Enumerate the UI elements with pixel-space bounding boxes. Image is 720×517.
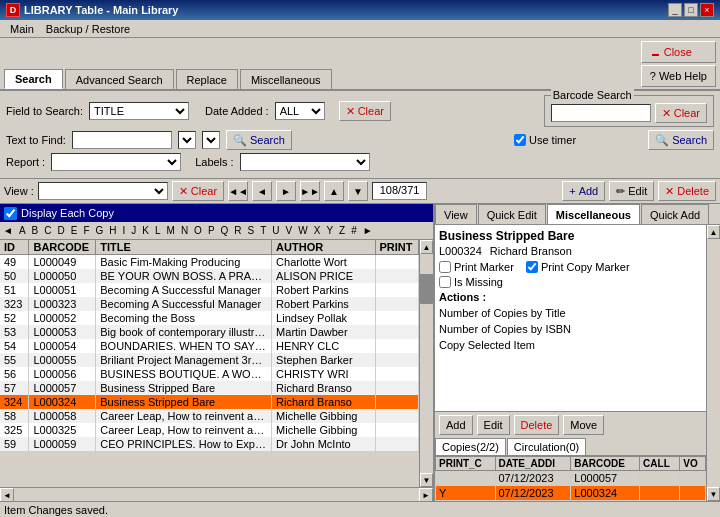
alpha-J[interactable]: J (128, 224, 139, 237)
clear-view-button[interactable]: ✕ Clear (172, 181, 224, 201)
table-row[interactable]: 324L000324Business Stripped BareRichard … (0, 395, 419, 409)
alpha-B[interactable]: B (29, 224, 42, 237)
barcode-input[interactable] (551, 104, 651, 122)
alpha-W[interactable]: W (295, 224, 310, 237)
barcode-search-button[interactable]: 🔍 Search (648, 130, 714, 150)
alpha-F[interactable]: F (80, 224, 92, 237)
table-row[interactable]: 55L000055Briliant Project Management 3rd… (0, 353, 419, 367)
alpha-N[interactable]: N (178, 224, 191, 237)
tab-replace[interactable]: Replace (176, 69, 238, 89)
use-timer-checkbox[interactable] (514, 134, 526, 146)
edit-record-button[interactable]: ✏ Edit (609, 181, 654, 201)
add-record-button[interactable]: + Add (562, 181, 605, 201)
table-row[interactable]: 51L000051Becoming A Successful ManagerRo… (0, 283, 419, 297)
nav-prev-button[interactable]: ◄ (252, 181, 272, 201)
action-copy-selected[interactable]: Copy Selected Item (439, 337, 702, 353)
right-scrollbar[interactable]: ▲ ▼ (706, 225, 720, 501)
tab-search[interactable]: Search (4, 69, 63, 89)
is-missing-label[interactable]: Is Missing (439, 276, 503, 288)
nav-last-button[interactable]: ►► (300, 181, 320, 201)
alpha-hash[interactable]: # (348, 224, 360, 237)
labels-select[interactable] (240, 153, 370, 171)
alpha-T[interactable]: T (257, 224, 269, 237)
clear-date-button[interactable]: ✕ Clear (339, 101, 391, 121)
web-help-button[interactable]: ? Web Help (641, 65, 716, 87)
scroll-right-arrow[interactable]: ► (419, 488, 433, 501)
circulation-tab[interactable]: Circulation(0) (507, 438, 586, 455)
print-marker-label[interactable]: Print Marker (439, 261, 514, 273)
nav-up-button[interactable]: ▲ (324, 181, 344, 201)
alpha-A[interactable]: A (16, 224, 29, 237)
table-row[interactable]: 50L000050BE YOUR OWN BOSS. A PRACTICAALI… (0, 269, 419, 283)
right-tab-view[interactable]: View (435, 204, 477, 224)
table-row[interactable]: 59L000059CEO PRINCIPLES. How to Exponent… (0, 437, 419, 451)
window-controls[interactable]: _ □ × (668, 3, 714, 17)
alpha-prev[interactable]: ◄ (0, 224, 16, 237)
right-delete-button[interactable]: Delete (514, 415, 560, 435)
use-timer-checkbox-label[interactable]: Use timer (514, 134, 576, 146)
alpha-G[interactable]: G (93, 224, 107, 237)
alpha-S[interactable]: S (245, 224, 258, 237)
scroll-down-arrow[interactable]: ▼ (420, 473, 433, 487)
right-edit-button[interactable]: Edit (477, 415, 510, 435)
maximize-button[interactable]: □ (684, 3, 698, 17)
menu-backup[interactable]: Backup / Restore (40, 22, 136, 36)
close-window-button[interactable]: × (700, 3, 714, 17)
nav-next-button[interactable]: ► (276, 181, 296, 201)
minimize-button[interactable]: _ (668, 3, 682, 17)
alpha-Y[interactable]: Y (323, 224, 336, 237)
alpha-C[interactable]: C (41, 224, 54, 237)
table-row[interactable]: 323L000323Becoming A Successful ManagerR… (0, 297, 419, 311)
table-row[interactable]: 54L000054BOUNDARIES. WHEN TO SAY YES, DR… (0, 339, 419, 353)
alpha-P[interactable]: P (205, 224, 218, 237)
menu-main[interactable]: Main (4, 22, 40, 36)
nav-down-button[interactable]: ▼ (348, 181, 368, 201)
table-row[interactable]: 49L000049Basic Fim-Making ProducingCharl… (0, 255, 419, 270)
alpha-M[interactable]: M (164, 224, 178, 237)
alpha-K[interactable]: K (139, 224, 152, 237)
alpha-X[interactable]: X (311, 224, 324, 237)
tab-advanced-search[interactable]: Advanced Search (65, 69, 174, 89)
alpha-U[interactable]: U (269, 224, 282, 237)
table-row[interactable]: 58L000058Career Leap, How to reinvent an… (0, 409, 419, 423)
print-copy-marker-checkbox[interactable] (526, 261, 538, 273)
display-copy-checkbox[interactable] (4, 207, 17, 220)
vertical-scrollbar[interactable]: ▲ ▼ (419, 240, 433, 487)
action-copies-by-isbn[interactable]: Number of Copies by ISBN (439, 321, 702, 337)
right-move-button[interactable]: Move (563, 415, 604, 435)
nav-first-button[interactable]: ◄◄ (228, 181, 248, 201)
view-select[interactable] (38, 182, 168, 200)
alpha-Z[interactable]: Z (336, 224, 348, 237)
report-select[interactable] (51, 153, 181, 171)
search-button[interactable]: 🔍 Search (226, 130, 292, 150)
alpha-H[interactable]: H (106, 224, 119, 237)
action-copies-by-title[interactable]: Number of Copies by Title (439, 305, 702, 321)
is-missing-checkbox[interactable] (439, 276, 451, 288)
right-add-button[interactable]: Add (439, 415, 473, 435)
right-scroll-down[interactable]: ▼ (707, 487, 720, 501)
copies-row[interactable]: 07/12/2023L000057 (436, 471, 706, 486)
print-copy-marker-label[interactable]: Print Copy Marker (526, 261, 630, 273)
print-marker-checkbox[interactable] (439, 261, 451, 273)
right-scroll-up[interactable]: ▲ (707, 225, 720, 239)
text-to-find-input[interactable] (72, 131, 172, 149)
tab-miscellaneous[interactable]: Miscellaneous (240, 69, 332, 89)
alpha-next[interactable]: ► (360, 224, 376, 237)
table-row[interactable]: 53L000053Big book of contemporary illust… (0, 325, 419, 339)
table-row[interactable]: 57L000057Business Stripped BareRichard B… (0, 381, 419, 395)
alpha-L[interactable]: L (152, 224, 164, 237)
copies-tab[interactable]: Copies(2/2) (435, 438, 506, 455)
right-tab-quick-add[interactable]: Quick Add (641, 204, 709, 224)
close-button[interactable]: 🗕 Close (641, 41, 716, 63)
text-to-find-select2[interactable] (202, 131, 220, 149)
alpha-V[interactable]: V (283, 224, 296, 237)
horizontal-scrollbar[interactable]: ◄ ► (0, 487, 433, 501)
date-added-select[interactable]: ALL (275, 102, 325, 120)
field-to-search-select[interactable]: TITLE (89, 102, 189, 120)
table-row[interactable]: 52L000052Becoming the BossLindsey Pollak (0, 311, 419, 325)
alpha-E[interactable]: E (68, 224, 81, 237)
text-to-find-select[interactable] (178, 131, 196, 149)
clear-barcode-button[interactable]: ✕ Clear (655, 103, 707, 123)
scroll-up-arrow[interactable]: ▲ (420, 240, 433, 254)
alpha-R[interactable]: R (231, 224, 244, 237)
